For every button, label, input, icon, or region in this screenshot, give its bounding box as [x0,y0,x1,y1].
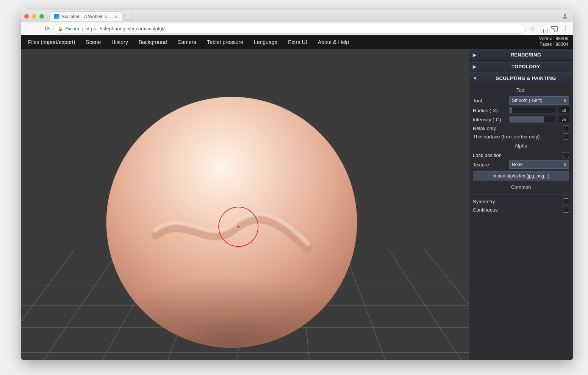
chevron-right-icon: ▶ [473,64,478,69]
symmetry-checkbox[interactable] [563,198,569,204]
sub-alpha-header: Alpha [469,141,573,151]
row-radius: Radius (-X) 50 [469,106,573,115]
import-alpha-button[interactable]: Import alpha tex (jpg, png...) [473,171,569,180]
vertex-count: Vertex : 98306 [539,36,568,42]
radius-label: Radius (-X) [473,108,506,113]
section-topology[interactable]: ▶ TOPOLOGY [469,61,573,72]
sub-tool-header: Tool [469,85,573,95]
relax-checkbox[interactable] [563,125,569,131]
browser-tab-strip: SculptGL - A WebGL sculpting × [21,10,573,22]
app-menubar: Files (import/export) Scene History Back… [21,35,573,49]
intensity-label: Intensity (-C) [473,117,506,122]
svg-line-4 [21,249,120,360]
thin-surface-label: Thin surface (front vertex only) [473,134,560,140]
section-sculpting-body: Tool Tool Smooth (-Shift) ⇅ Radius (-X) … [469,84,573,217]
row-relax: Relax only [469,124,573,132]
window-controls [24,14,44,19]
section-topology-title: TOPOLOGY [483,64,569,69]
window-maximize-icon[interactable] [39,14,44,19]
menu-background[interactable]: Background [139,39,167,45]
menu-camera[interactable]: Camera [177,39,196,45]
mesh-stats: Vertex : 98306 Faces : 98304 [539,36,568,47]
tab-close-icon[interactable]: × [115,14,118,19]
nav-back-icon[interactable]: ← [25,25,31,32]
url-path: ://stephaneginier.com/sculptgl/ [98,26,164,31]
texture-select-value: None [512,162,523,167]
continuous-label: Continuous [473,207,560,213]
chevron-down-icon: ▼ [473,76,478,81]
sculptgl-app: Files (import/export) Scene History Back… [21,35,573,360]
section-sculpting-title: SCULPTING & PAINTING [483,75,569,81]
row-thin-surface: Thin surface (front vertex only) [469,132,573,141]
row-continuous: Continuous [469,206,573,214]
section-rendering-title: RENDERING [483,52,569,58]
extension-badge: 2 [543,29,547,33]
row-symmetry: Symmetry [469,197,573,206]
relax-label: Relax only [473,126,560,131]
svg-line-10 [388,249,469,360]
row-texture: Texture None ⇅ [469,159,573,170]
lock-position-checkbox[interactable] [563,152,569,158]
tool-select[interactable]: Smooth (-Shift) ⇅ [509,96,569,105]
url-scheme: https [85,26,96,31]
cast-icon[interactable] [551,26,558,31]
texture-select[interactable]: None ⇅ [509,160,569,169]
row-tool: Tool Smooth (-Shift) ⇅ [469,95,573,106]
browser-tab[interactable]: SculptGL - A WebGL sculpting × [50,11,122,21]
browser-window: SculptGL - A WebGL sculpting × ← → ⟳ 🔒 S… [21,10,573,360]
tool-label: Tool [473,98,506,104]
bookmark-star-icon[interactable]: ☆ [530,25,535,32]
new-tab-button[interactable] [124,13,133,20]
svg-line-3 [21,249,75,360]
svg-point-18 [115,249,348,357]
menu-language[interactable]: Language [254,39,277,45]
nav-reload-icon[interactable]: ⟳ [45,25,50,32]
browser-menu-icon[interactable]: ⋮ [562,25,569,32]
address-bar-right: ☆ 2 ⋮ [530,25,569,32]
chevron-right-icon: ▶ [473,52,478,58]
menu-history[interactable]: History [111,39,128,45]
continuous-checkbox[interactable] [563,207,569,213]
svg-line-9 [344,249,397,360]
browser-address-bar: ← → ⟳ 🔒 Sicher | https://stephaneginier.… [21,22,573,35]
window-close-icon[interactable] [24,14,29,19]
radius-value[interactable]: 50 [558,107,569,114]
url-input[interactable]: 🔒 Sicher | https://stephaneginier.com/sc… [53,24,526,34]
profile-icon[interactable] [561,13,568,21]
section-sculpting[interactable]: ▼ SCULPTING & PAINTING [469,72,573,84]
row-lock-position: Lock position [469,151,573,159]
menu-scene[interactable]: Scene [86,39,101,45]
extension-icon[interactable]: 2 [540,25,546,32]
intensity-slider[interactable] [509,116,555,123]
menu-extra-ui[interactable]: Extra UI [288,39,307,45]
window-minimize-icon[interactable] [32,14,36,19]
nav-forward-icon[interactable]: → [35,25,41,32]
viewport-canvas [21,49,469,360]
chevron-updown-icon: ⇅ [563,99,566,103]
workspace: ▶ RENDERING ▶ TOPOLOGY ▼ SCULPTING & PAI… [21,49,573,360]
row-intensity: Intensity (-C) 75 [469,115,573,124]
lock-icon: 🔒 [58,26,63,31]
menu-about-help[interactable]: About & Help [318,39,349,45]
texture-label: Texture [473,162,506,168]
favicon-icon [54,14,59,19]
side-panel: ▶ RENDERING ▶ TOPOLOGY ▼ SCULPTING & PAI… [469,49,573,360]
menu-tablet-pressure[interactable]: Tablet pressure [207,39,243,45]
section-rendering[interactable]: ▶ RENDERING [469,49,573,61]
tab-title: SculptGL - A WebGL sculpting [62,14,113,19]
radius-slider[interactable] [509,107,555,114]
faces-count: Faces : 98304 [539,42,568,47]
thin-surface-checkbox[interactable] [563,133,569,140]
viewport-3d[interactable] [21,49,469,360]
lock-position-label: Lock position [473,152,560,158]
tool-select-value: Smooth (-Shift) [512,98,543,103]
separator [469,195,573,195]
intensity-value[interactable]: 75 [558,116,569,123]
svg-line-11 [424,249,469,360]
symmetry-label: Symmetry [473,199,560,204]
brush-cursor-center [238,226,239,228]
sub-common-header: Common [469,182,573,192]
menu-files[interactable]: Files (import/export) [28,39,75,45]
secure-divider: | [82,26,83,31]
chevron-updown-icon: ⇅ [563,163,566,167]
